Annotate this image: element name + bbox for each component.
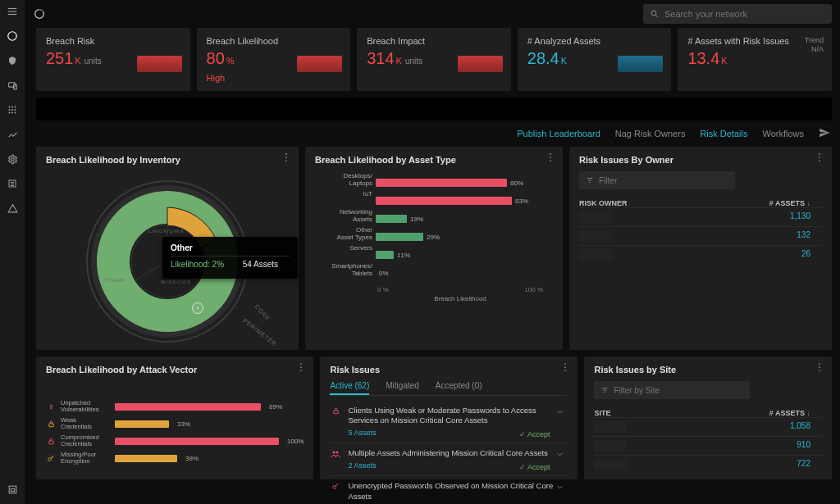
svg-point-62 bbox=[819, 363, 820, 365]
bar-label: Missing/PoorEncryption bbox=[61, 452, 110, 465]
issue-asset-count[interactable]: 2 Assets bbox=[348, 461, 376, 471]
bar[interactable] bbox=[115, 455, 177, 462]
bar[interactable] bbox=[376, 179, 507, 187]
kpi-risk-issue-assets[interactable]: # Assets with Risk Issues 13.4K TrendN/A bbox=[678, 28, 832, 91]
bar[interactable] bbox=[376, 233, 423, 241]
table-row[interactable]: 1,058 bbox=[594, 417, 822, 436]
filter-input[interactable] bbox=[594, 381, 750, 399]
chart-tooltip: Other Likelihood: 2% 54 Assets bbox=[162, 237, 298, 279]
svg-point-54 bbox=[48, 457, 51, 461]
kpi-title: # Analyzed Assets bbox=[527, 36, 662, 46]
grid-icon[interactable] bbox=[6, 103, 19, 116]
link-workflows[interactable]: Workflows bbox=[762, 129, 804, 138]
kpi-breach-likelihood[interactable]: Breach Likelihood 80% High bbox=[197, 28, 351, 91]
col-site[interactable]: SITE bbox=[594, 409, 610, 417]
bar[interactable] bbox=[115, 420, 169, 428]
col-risk-owner[interactable]: RISK OWNER bbox=[579, 199, 628, 207]
tooltip-assets: 54 Assets bbox=[243, 260, 278, 269]
tab-accepted[interactable]: Accepted (0) bbox=[436, 381, 482, 395]
users-icon bbox=[330, 448, 341, 470]
link-nag-risk-owners[interactable]: Nag Risk Owners bbox=[615, 129, 686, 138]
shield-icon[interactable] bbox=[6, 54, 19, 67]
svg-rect-20 bbox=[9, 486, 16, 493]
issue-text: Multiple Assets Administering Mission Cr… bbox=[348, 448, 568, 458]
table-row[interactable]: 132 bbox=[579, 226, 822, 245]
svg-point-56 bbox=[565, 366, 567, 368]
issue-row[interactable]: Unencrypted Passwords Observed on Missio… bbox=[330, 476, 568, 504]
more-icon[interactable] bbox=[814, 361, 825, 373]
accept-button[interactable]: ✓ Accept bbox=[519, 463, 550, 471]
svg-point-64 bbox=[819, 370, 820, 371]
bar-label: WeakCredentials bbox=[61, 417, 110, 430]
search-field[interactable] bbox=[664, 9, 825, 19]
svg-point-6 bbox=[9, 107, 11, 108]
filter-field[interactable] bbox=[614, 386, 743, 395]
svg-rect-53 bbox=[48, 441, 53, 444]
attack-icon bbox=[46, 419, 56, 429]
panel-title: Risk Issues bbox=[330, 365, 568, 375]
send-icon[interactable] bbox=[819, 127, 830, 140]
panel-title: Breach Likelihood by Attack Vector bbox=[46, 365, 304, 375]
svg-point-55 bbox=[565, 363, 567, 365]
box-icon[interactable] bbox=[6, 483, 19, 496]
tab-active[interactable]: Active (62) bbox=[330, 381, 369, 395]
svg-point-13 bbox=[11, 112, 13, 114]
site-cell bbox=[594, 440, 627, 452]
alert-icon[interactable] bbox=[6, 202, 19, 215]
svg-point-30 bbox=[285, 160, 287, 161]
table-row[interactable]: 722 bbox=[594, 455, 822, 474]
col-assets[interactable]: # ASSETS bbox=[769, 199, 810, 207]
table-row[interactable]: 1,130 bbox=[579, 207, 822, 226]
filter-input[interactable] bbox=[579, 171, 735, 189]
svg-point-23 bbox=[651, 11, 656, 16]
left-nav-rail bbox=[0, 0, 25, 504]
kpi-analyzed-assets[interactable]: # Analyzed Assets 28.4K bbox=[518, 28, 672, 91]
brand-logo-icon bbox=[33, 7, 46, 20]
devices-icon[interactable] bbox=[6, 79, 19, 92]
issue-row[interactable]: Multiple Assets Administering Mission Cr… bbox=[330, 443, 568, 476]
donut-chart[interactable]: CORE PERIMETER OTHER WINDOWS LINUX/UNIX … bbox=[46, 171, 289, 352]
list-icon[interactable] bbox=[6, 177, 19, 190]
svg-point-14 bbox=[15, 112, 16, 114]
dashboard-icon[interactable] bbox=[6, 30, 19, 43]
bar[interactable] bbox=[376, 197, 512, 205]
bar[interactable] bbox=[115, 438, 279, 445]
more-icon[interactable] bbox=[559, 361, 571, 373]
tooltip-likelihood: Likelihood: 2% bbox=[171, 260, 224, 269]
panel-title: Risk Issues By Owner bbox=[579, 155, 822, 165]
kpi-value: 314 bbox=[367, 49, 394, 67]
kpi-breach-risk[interactable]: Breach Risk 251Kunits bbox=[36, 28, 190, 91]
svg-point-48 bbox=[301, 363, 303, 365]
chevron-down-icon[interactable] bbox=[555, 407, 564, 416]
filter-field[interactable] bbox=[599, 176, 728, 185]
more-icon[interactable] bbox=[545, 152, 556, 163]
chevron-down-icon[interactable] bbox=[555, 483, 564, 492]
col-assets[interactable]: # ASSETS bbox=[769, 409, 810, 417]
settings-icon[interactable] bbox=[6, 152, 19, 166]
menu-icon[interactable] bbox=[6, 5, 19, 18]
panel-risk-issues-by-site: Risk Issues by Site SITE # ASSETS 1,0589… bbox=[584, 356, 832, 479]
table-row[interactable]: 910 bbox=[594, 436, 822, 455]
more-icon[interactable] bbox=[281, 152, 292, 163]
bar[interactable] bbox=[376, 215, 407, 223]
kpi-breach-impact[interactable]: Breach Impact 314Kunits bbox=[357, 28, 511, 91]
bar[interactable] bbox=[115, 403, 261, 411]
bar-value: 11% bbox=[397, 252, 410, 259]
kpi-value: 80 bbox=[207, 49, 225, 67]
accept-button[interactable]: ✓ Accept bbox=[519, 430, 550, 438]
more-icon[interactable] bbox=[814, 152, 825, 163]
link-publish-leaderboard[interactable]: Publish Leaderboard bbox=[517, 129, 600, 138]
table-row[interactable]: 26 bbox=[579, 245, 822, 264]
panel-breach-likelihood-asset-type: Breach Likelihood by Asset Type Desktops… bbox=[305, 147, 563, 350]
link-risk-details[interactable]: Risk Details bbox=[700, 129, 747, 138]
svg-rect-21 bbox=[11, 488, 14, 491]
issue-asset-count[interactable]: 5 Assets bbox=[348, 429, 376, 438]
search-input[interactable] bbox=[643, 4, 832, 24]
more-icon[interactable] bbox=[295, 361, 307, 373]
trend-icon[interactable] bbox=[6, 128, 19, 141]
tab-mitigated[interactable]: Mitigated bbox=[386, 381, 419, 395]
bar[interactable] bbox=[376, 251, 394, 259]
more-icon[interactable] bbox=[835, 101, 840, 112]
issue-row[interactable]: Clients Using Weak or Moderate Passwords… bbox=[330, 401, 568, 443]
chevron-down-icon[interactable] bbox=[555, 450, 564, 459]
